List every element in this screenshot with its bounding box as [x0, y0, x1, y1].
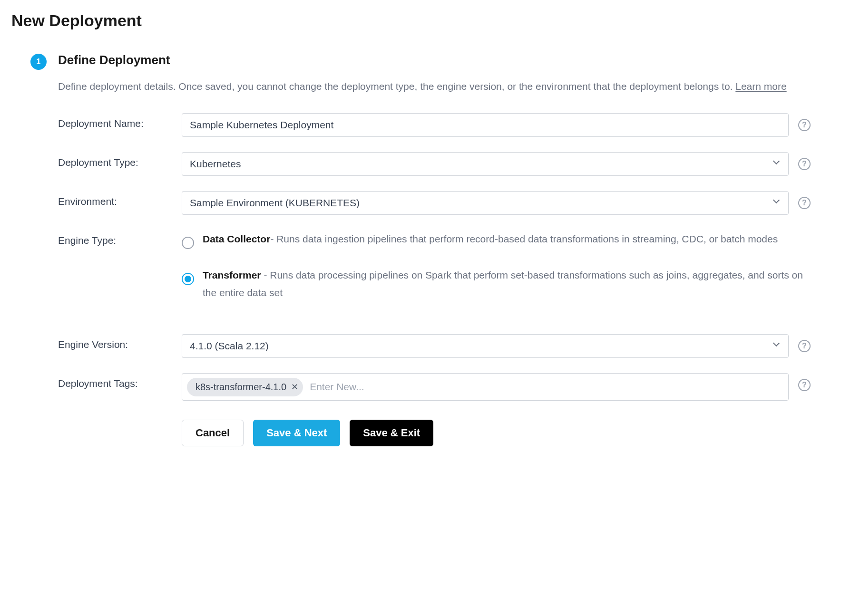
- save-exit-button[interactable]: Save & Exit: [350, 420, 433, 446]
- deployment-type-select[interactable]: Kubernetes: [182, 152, 789, 176]
- radio-title: Transformer: [203, 270, 264, 280]
- label-environment: Environment:: [58, 191, 172, 207]
- chevron-down-icon: [774, 343, 781, 349]
- help-icon[interactable]: ?: [798, 119, 811, 131]
- step-container: 1 Define Deployment Define deployment de…: [11, 53, 830, 446]
- radio-title: Data Collector: [203, 233, 270, 244]
- label-deployment-type: Deployment Type:: [58, 152, 172, 168]
- step-description: Define deployment details. Once saved, y…: [58, 79, 811, 94]
- step-description-text: Define deployment details. Once saved, y…: [58, 81, 735, 92]
- radio-desc: - Runs data processing pipelines on Spar…: [203, 270, 803, 298]
- close-icon[interactable]: ✕: [291, 383, 298, 391]
- row-deployment-tags: Deployment Tags: k8s-transformer-4.1.0 ✕…: [58, 373, 811, 401]
- step-title: Define Deployment: [58, 53, 811, 67]
- deployment-tags-input[interactable]: k8s-transformer-4.1.0 ✕: [182, 373, 789, 401]
- chevron-down-icon: [774, 161, 781, 167]
- radio-text: Data Collector- Runs data ingestion pipe…: [203, 230, 811, 248]
- save-next-button[interactable]: Save & Next: [253, 420, 340, 446]
- deployment-type-value: Kubernetes: [190, 158, 774, 170]
- row-engine-type: Engine Type: Data Collector- Runs data i…: [58, 230, 811, 319]
- label-deployment-name: Deployment Name:: [58, 113, 172, 129]
- row-deployment-name: Deployment Name: ?: [58, 113, 811, 137]
- help-icon[interactable]: ?: [798, 197, 811, 209]
- engine-version-value: 4.1.0 (Scala 2.12): [190, 340, 774, 352]
- help-icon[interactable]: ?: [798, 158, 811, 170]
- environment-select[interactable]: Sample Environment (KUBERNETES): [182, 191, 789, 215]
- label-deployment-tags: Deployment Tags:: [58, 373, 172, 389]
- row-environment: Environment: Sample Environment (KUBERNE…: [58, 191, 811, 215]
- step-number-badge: 1: [30, 54, 47, 70]
- learn-more-link[interactable]: Learn more: [735, 81, 786, 92]
- environment-value: Sample Environment (KUBERNETES): [190, 197, 774, 209]
- help-icon[interactable]: ?: [798, 379, 811, 391]
- deployment-name-input[interactable]: [182, 113, 789, 137]
- engine-version-select[interactable]: 4.1.0 (Scala 2.12): [182, 334, 789, 358]
- radio-circle[interactable]: [182, 237, 194, 249]
- engine-type-radio-group: Data Collector- Runs data ingestion pipe…: [182, 230, 811, 319]
- row-engine-version: Engine Version: 4.1.0 (Scala 2.12) ?: [58, 334, 811, 358]
- page-title: New Deployment: [11, 11, 830, 30]
- button-row: Cancel Save & Next Save & Exit: [182, 420, 811, 446]
- row-deployment-type: Deployment Type: Kubernetes ?: [58, 152, 811, 176]
- radio-option-data-collector[interactable]: Data Collector- Runs data ingestion pipe…: [182, 230, 811, 249]
- form-area: Deployment Name: ? Deployment Type: Kube…: [58, 113, 811, 447]
- label-engine-type: Engine Type:: [58, 230, 172, 246]
- help-icon[interactable]: ?: [798, 340, 811, 352]
- tag-label: k8s-transformer-4.1.0: [196, 382, 286, 393]
- tag-new-input[interactable]: [308, 377, 783, 396]
- cancel-button[interactable]: Cancel: [182, 420, 244, 446]
- chevron-down-icon: [774, 200, 781, 206]
- radio-circle[interactable]: [182, 273, 194, 285]
- step-content: Define Deployment Define deployment deta…: [58, 53, 830, 446]
- tag-chip: k8s-transformer-4.1.0 ✕: [187, 378, 303, 396]
- label-engine-version: Engine Version:: [58, 334, 172, 350]
- radio-text: Transformer - Runs data processing pipel…: [203, 266, 811, 302]
- radio-option-transformer[interactable]: Transformer - Runs data processing pipel…: [182, 266, 811, 302]
- radio-desc: - Runs data ingestion pipelines that per…: [270, 233, 778, 244]
